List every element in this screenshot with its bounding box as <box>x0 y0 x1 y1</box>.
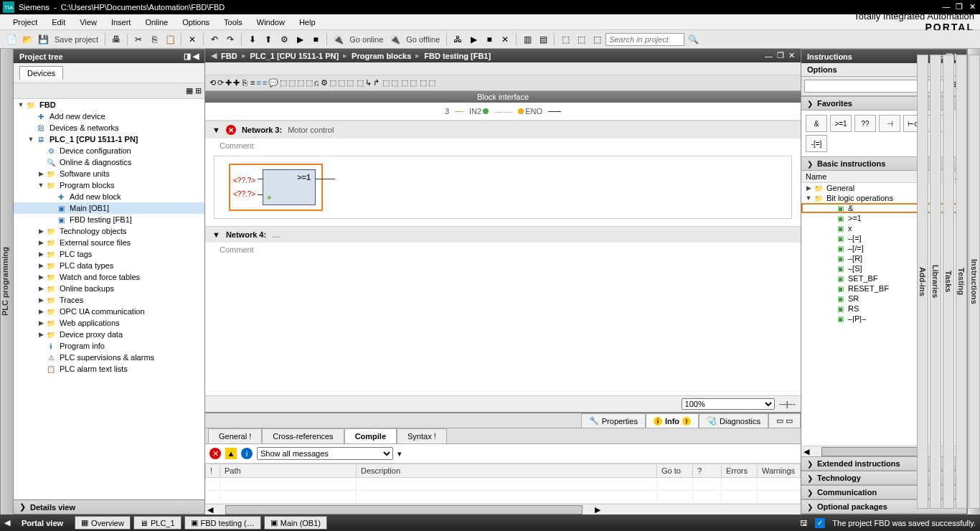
network-desc[interactable]: .... <box>272 230 281 239</box>
instruction-item[interactable]: ▣>=1 <box>801 213 966 223</box>
details-view-header[interactable]: ❯ Details view <box>14 499 204 514</box>
ed-icon[interactable]: ⬚ <box>420 78 427 88</box>
editor-close-icon[interactable]: ✕ <box>788 51 795 60</box>
communication-section[interactable]: ❯Communication <box>801 485 966 499</box>
ed-icon[interactable]: ⬚ <box>391 78 398 88</box>
menu-help[interactable]: Help <box>292 17 323 28</box>
vtab-libraries[interactable]: Libraries <box>930 55 941 509</box>
block-interface-bar[interactable]: Block interface <box>205 91 801 103</box>
basic-instructions-section[interactable]: ❯ Basic instructions <box>801 156 966 171</box>
tree-item[interactable]: ▶📁Traces <box>14 294 204 306</box>
tree-item[interactable]: ▶📁Software units <box>14 168 204 179</box>
fbd-input-2[interactable]: <??.?> <box>233 190 255 198</box>
tree-item[interactable]: ▶📁OPC UA communication <box>14 306 204 317</box>
inspector-layout-icon[interactable]: ▭ ▭ <box>768 413 801 428</box>
compile-results-grid[interactable]: ! Path Description Go to ? Errors Warnin… <box>205 464 801 504</box>
portal-view-arrow-icon[interactable]: ◀ <box>4 518 10 527</box>
favorite-item[interactable]: ?? <box>854 115 876 132</box>
instruction-item[interactable]: ▣RESET_BF <box>801 283 966 293</box>
undo-icon[interactable]: ↶ <box>207 32 222 47</box>
tree-item[interactable]: ▼🖥PLC_1 [CPU 1511-1 PN] <box>14 133 204 145</box>
search-input[interactable] <box>606 33 684 46</box>
crumb-3[interactable]: FBD testing [FB1] <box>424 52 491 60</box>
instruction-item[interactable]: ▣–[=] <box>801 233 966 243</box>
subtab-syntax[interactable]: Syntax ! <box>397 428 447 443</box>
ed-icon[interactable]: ⬚ <box>306 78 313 88</box>
split-h-icon[interactable]: ▥ <box>520 32 534 47</box>
ed-icon[interactable]: ⟳ <box>217 78 224 88</box>
copy-icon[interactable]: ⎘ <box>147 32 161 47</box>
inspector-hscroll[interactable]: ◀▶ <box>205 504 801 514</box>
project-tree-body[interactable]: ▼📁FBD✚Add new device⛓Devices & networks▼… <box>14 99 204 499</box>
network-desc[interactable]: Motor control <box>288 126 334 134</box>
ed-icon[interactable]: ⎌ <box>314 78 319 88</box>
status-tab[interactable]: ▦Overview <box>75 516 131 530</box>
subtab-crossref[interactable]: Cross-references <box>262 428 344 443</box>
ed-icon[interactable]: ⬚ <box>428 78 435 88</box>
favorite-item[interactable]: ⊣ <box>879 115 900 132</box>
filter-dropdown-icon[interactable]: ▾ <box>397 449 402 459</box>
subtab-general[interactable]: General ! <box>208 428 262 443</box>
collapse-network-icon[interactable]: ▼ <box>212 230 220 239</box>
instruction-item[interactable]: ▣–|P|– <box>801 314 966 324</box>
ed-icon[interactable]: ✚ <box>225 78 232 88</box>
instruction-item[interactable]: ▣SR <box>801 293 966 304</box>
ed-icon[interactable]: ⬚ <box>401 78 408 88</box>
compile-icon[interactable]: ⚙ <box>277 32 291 47</box>
tool-icon-1[interactable]: ⬚ <box>558 32 573 47</box>
ed-icon[interactable]: ≡ <box>263 78 267 88</box>
tree-item[interactable]: ⚙Device configuration <box>14 145 204 156</box>
ed-icon[interactable]: ⟲ <box>209 78 216 88</box>
network-comment[interactable]: Comment <box>205 138 801 153</box>
extended-section[interactable]: ❯Extended instructions <box>801 456 966 471</box>
left-vertical-tab[interactable]: PLC programming <box>0 49 13 514</box>
tree-item[interactable]: ⛓Devices & networks <box>14 122 204 133</box>
menu-online[interactable]: Online <box>138 17 175 28</box>
vtab-addins[interactable]: Add-ins <box>917 55 928 509</box>
favorite-item[interactable]: & <box>806 115 827 132</box>
accessible-devices-icon[interactable]: 🖧 <box>451 32 465 47</box>
ed-icon[interactable]: ⬚ <box>338 78 345 88</box>
instruction-item[interactable]: ▣RS <box>801 304 966 314</box>
tree-item[interactable]: ▣FBD testing [FB1] <box>14 214 204 225</box>
collapse-icon[interactable]: ◨ <box>184 52 191 61</box>
ed-icon[interactable]: ⬚ <box>347 78 354 88</box>
delete-icon[interactable]: ✕ <box>185 32 199 47</box>
instruction-item[interactable]: ▶📁General <box>801 183 966 193</box>
subtab-compile[interactable]: Compile <box>344 428 397 443</box>
save-project-button[interactable]: Save project <box>52 35 101 44</box>
ed-icon[interactable]: ≡ <box>256 78 260 88</box>
paste-icon[interactable]: 📋 <box>163 32 177 47</box>
split-v-icon[interactable]: ▤ <box>536 32 550 47</box>
go-offline-button[interactable]: Go offline <box>403 35 443 44</box>
stop-cpu-icon[interactable]: ■ <box>482 32 496 47</box>
stop-icon[interactable]: ■ <box>308 32 323 47</box>
redo-icon[interactable]: ↷ <box>223 32 237 47</box>
ed-icon[interactable]: ⬚ <box>357 78 364 88</box>
vtab-testing[interactable]: Testing <box>956 55 967 509</box>
crumb-1[interactable]: PLC_1 [CPU 1511-1 PN] <box>250 52 339 60</box>
fbd-input-1[interactable]: <??.?> <box>233 177 255 184</box>
instruction-item[interactable]: ▣x <box>801 223 966 233</box>
ed-icon[interactable]: ⎘ <box>242 78 248 88</box>
ed-icon[interactable]: ⬚ <box>382 78 390 88</box>
cross-ref-icon[interactable]: ✕ <box>498 32 512 47</box>
go-offline-icon[interactable]: 🔌 <box>387 32 402 47</box>
menu-project[interactable]: Project <box>6 17 44 28</box>
status-icon[interactable]: 🖫 <box>800 519 808 527</box>
error-filter-icon[interactable]: ✕ <box>209 448 221 459</box>
instruction-item[interactable]: ▣–[S] <box>801 263 966 273</box>
ed-icon[interactable]: ⬚ <box>329 78 336 88</box>
ed-icon[interactable]: 💬 <box>268 78 278 88</box>
editor-min-icon[interactable]: — <box>765 52 773 60</box>
tab-properties[interactable]: 🔧Properties <box>581 413 646 428</box>
instruction-item[interactable]: ▣SET_BF <box>801 273 966 283</box>
tree-item[interactable]: ▶📁Technology objects <box>14 225 204 237</box>
instructions-tree[interactable]: ▶📁General▼📁Bit logic operations▣&▣>=1▣x▣… <box>801 183 966 446</box>
technology-section[interactable]: ❯Technology <box>801 471 966 485</box>
devices-tab[interactable]: Devices <box>19 66 63 80</box>
ed-icon[interactable]: ↳ <box>365 78 372 88</box>
fbd-block-selection[interactable]: <??.?> <??.?> >=1 ✶ <box>229 164 323 211</box>
tool-icon-2[interactable]: ⬚ <box>574 32 588 47</box>
tree-item[interactable]: ✚Add new device <box>14 111 204 122</box>
